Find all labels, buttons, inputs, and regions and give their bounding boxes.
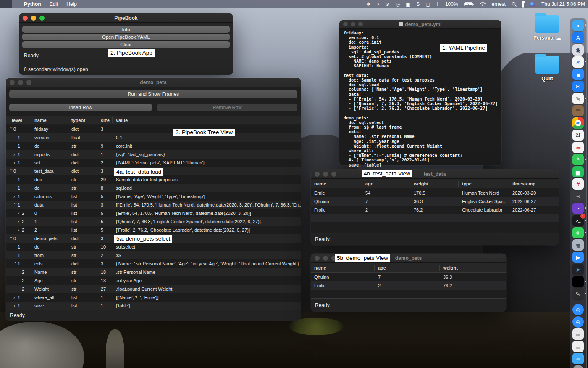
tree-row[interactable]: 1dostr9core.init	[6, 142, 301, 150]
tree-titlebar[interactable]: demo_pets	[6, 78, 301, 87]
control-center-icon[interactable]	[520, 1, 527, 7]
bluetooth-icon[interactable]: ᛒ	[433, 1, 442, 7]
dock-screenshot-icon[interactable]: ▦	[572, 239, 584, 251]
displays-icon[interactable]: ▢	[423, 1, 433, 7]
dock-zoom-recorder-icon[interactable]: ▶	[572, 252, 584, 263]
dock-safari-icon[interactable]: ✶	[572, 56, 584, 68]
pipebook-titlebar[interactable]: PipeBook	[19, 13, 233, 23]
table-row[interactable]: Qhuinn736.3English Cocker Spa...2022-06-…	[311, 197, 559, 206]
zoom-button[interactable]	[358, 22, 363, 26]
dock-finder-icon[interactable]: ◖	[572, 20, 584, 31]
column-header-typeof[interactable]: typeof	[68, 117, 97, 123]
updates-icon[interactable]: ⊙	[382, 1, 392, 7]
tree-row[interactable]: ›1datalist3[['Ernie', 54, 170.5, 'Human …	[6, 201, 301, 209]
tree-row[interactable]: 2Namestr18.str Personal Name	[6, 268, 301, 276]
browser-sphere-icon[interactable]	[527, 2, 538, 7]
tree-row[interactable]: ›21list5['Qhuinn', 7, 36.3, 'English Coc…	[6, 217, 301, 226]
yaml-titlebar[interactable]: demo_pets.yml	[339, 20, 501, 29]
dock-slack-icon[interactable]: #	[572, 178, 584, 190]
dock-calendar-icon[interactable]: 21	[572, 130, 584, 141]
dock-app-store-icon[interactable]: A	[572, 32, 584, 43]
tree-row[interactable]: ›22list5['Frolic', 2, 76.2, 'Chocolate L…	[6, 226, 301, 234]
tree-row[interactable]: 1docstr29Sample data for test purposes	[6, 175, 301, 184]
zoom-button[interactable]	[331, 172, 336, 177]
insert-row-button[interactable]: Insert Row	[9, 104, 152, 111]
menubar-clock[interactable]: Thu Jul 21 5:06 PM	[538, 1, 588, 7]
dock-reminders-icon[interactable]: ≔	[572, 142, 584, 153]
disclosure-right-icon[interactable]: ›	[18, 220, 22, 224]
disclosure-right-icon[interactable]: ›	[13, 152, 18, 156]
menu-edit[interactable]: Edit	[45, 1, 63, 7]
column-header-name[interactable]: name	[311, 181, 362, 187]
tree-row[interactable]: ›1setdict2{'NAME': 'demo_pets', 'SAPIENT…	[6, 159, 301, 167]
column-header-age[interactable]: age	[375, 265, 440, 271]
tree-row[interactable]: ›0fridaaydict3	[6, 125, 301, 133]
run-and-show-frames-button[interactable]: Run and Show Frames	[9, 90, 297, 98]
disclosure-right-icon[interactable]: ›	[18, 228, 22, 232]
tree-row[interactable]: ›1where_alllist1[['Name', '!=', 'Ernie']…	[6, 293, 301, 302]
table-row[interactable]: Ernie54170.5Human Tech Nerd2020-03-20	[311, 189, 559, 197]
tree-row[interactable]: 1versionfloat-0.1	[6, 133, 301, 142]
table-row[interactable]: Frolic276.2Chocolate Labrador2022-06-27	[311, 206, 559, 214]
column-header-age[interactable]: age	[362, 181, 410, 187]
dock-messages-icon[interactable]: ❝	[572, 154, 584, 165]
menu-python[interactable]: Python	[20, 1, 45, 7]
desktop-folder-personal[interactable]: Personal ☁	[531, 15, 564, 41]
minimize-button[interactable]	[323, 256, 328, 261]
dock-downloads-folder-icon[interactable]: ▰	[572, 353, 584, 364]
minimize-button[interactable]	[351, 22, 355, 26]
disclosure-right-icon[interactable]: ›	[13, 295, 18, 299]
tree-row[interactable]: 2Agestr13.int.year Age	[6, 276, 301, 285]
dock-atom-green-icon[interactable]: ⚛	[572, 227, 584, 238]
tree-row[interactable]: ›20list5['Ernie', 54, 170.5, 'Human Tech…	[6, 209, 301, 217]
dock-notes-brown-icon[interactable]: ▤	[572, 105, 584, 116]
dock-aperture-dark-icon[interactable]: ✳	[572, 191, 584, 202]
disclosure-right-icon[interactable]: ›	[13, 161, 18, 165]
minimize-button[interactable]	[31, 16, 36, 21]
close-button[interactable]	[315, 172, 320, 177]
tree-row[interactable]: ›1savelist1['table']	[6, 302, 301, 310]
spotlight-search-icon[interactable]	[509, 2, 520, 7]
tree-row[interactable]: 1fromstr2$$	[6, 251, 301, 259]
dock-flash-dark-icon[interactable]: ➤	[572, 264, 584, 275]
disclosure-down-icon[interactable]: ›	[9, 127, 13, 131]
disclosure-right-icon[interactable]: ›	[18, 211, 22, 215]
tree-row[interactable]: 2Weightstr27.float.pound Current Weight	[6, 285, 301, 293]
stage-manager-icon[interactable]: ▣	[403, 1, 413, 7]
close-button[interactable]	[10, 80, 15, 85]
dock-document-1-icon[interactable]: ▤	[572, 328, 584, 340]
column-header-timestamp[interactable]: timestamp	[509, 181, 559, 187]
zoom-button[interactable]	[39, 16, 45, 21]
tree-row[interactable]: ›1colsdict3{'Name': '.str Personal Name'…	[6, 259, 301, 268]
onepassword-icon[interactable]: ◎	[392, 1, 402, 7]
disclosure-right-icon[interactable]: ›	[13, 304, 18, 308]
wifi-icon[interactable]	[477, 2, 489, 7]
dock-trash-icon[interactable]: ♺	[572, 365, 584, 368]
close-button[interactable]	[23, 16, 28, 21]
shortcuts-icon[interactable]: S	[413, 1, 423, 7]
table-row[interactable]: Qhuinn736.3	[311, 273, 506, 281]
disclosure-down-icon[interactable]: ›	[9, 169, 13, 173]
testdata-titlebar[interactable]: test_data	[311, 169, 559, 179]
zoom-button[interactable]	[26, 80, 32, 85]
info-button[interactable]: Info	[22, 26, 230, 33]
tree-row[interactable]: ›1importsdict1{'sql': 'dad_sql_pandas'}	[6, 150, 301, 159]
column-header-weight[interactable]: weight	[440, 265, 506, 271]
close-button[interactable]	[315, 256, 320, 261]
dock-github-icon[interactable]: ◔	[572, 203, 584, 214]
minimize-button[interactable]	[18, 80, 23, 85]
column-header-weight[interactable]: weight	[410, 181, 459, 187]
dock-web-link-2-icon[interactable]: ⊕	[572, 316, 584, 328]
activity-icon[interactable]: ◔	[373, 1, 382, 7]
tree-row[interactable]: ›1columnslist5['Name', 'Age', 'Weight', …	[6, 192, 301, 201]
clear-button[interactable]: Clear	[22, 41, 230, 48]
remove-row-button[interactable]: Remove Row	[157, 104, 297, 111]
desktop-folder-quilt[interactable]: Quilt	[531, 56, 564, 82]
dock-1password-icon[interactable]: ◉	[572, 44, 584, 56]
dock-stack-black-icon[interactable]: ≡	[572, 276, 584, 287]
dock-charts-green-icon[interactable]: ▅	[572, 166, 584, 177]
dock-web-link-1-icon[interactable]: ⊕	[572, 304, 584, 315]
battery-icon[interactable]: ϟ	[461, 2, 477, 6]
column-header-name[interactable]: name	[31, 117, 68, 123]
column-header-level[interactable]: level	[6, 117, 31, 123]
